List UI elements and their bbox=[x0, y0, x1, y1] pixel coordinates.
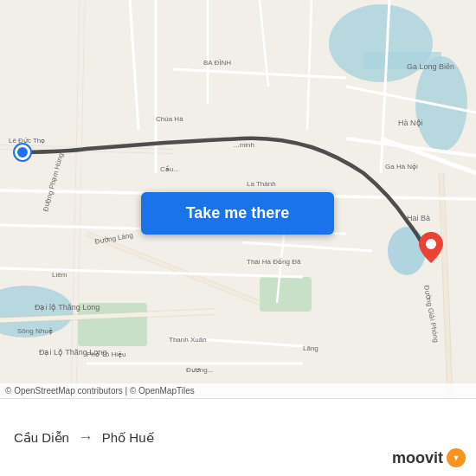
svg-line-32 bbox=[242, 242, 372, 251]
moovit-brand-text: moovit bbox=[392, 449, 443, 467]
svg-line-14 bbox=[87, 234, 260, 303]
svg-text:...minh: ...minh bbox=[234, 141, 254, 149]
svg-text:Ga Long Biên: Ga Long Biên bbox=[407, 62, 454, 71]
map-container: Đường Phạm Hùng Lê Đức Thọ BA ĐÌNH Đường… bbox=[0, 0, 476, 398]
svg-line-30 bbox=[0, 268, 303, 277]
svg-text:Đại Lộ Thăng Long: Đại Lộ Thăng Long bbox=[39, 348, 106, 357]
svg-text:Hà Nội: Hà Nội bbox=[398, 119, 423, 127]
route-arrow: → bbox=[78, 428, 93, 447]
route-info: Cầu Diễn → Phố Huế bbox=[14, 428, 154, 447]
destination-marker bbox=[419, 232, 443, 267]
svg-text:Thái Hà  Đống Đã: Thái Hà Đống Đã bbox=[247, 258, 301, 266]
moovit-logo-icon bbox=[447, 448, 466, 467]
svg-point-56 bbox=[426, 239, 436, 249]
svg-text:Sông Nhuệ: Sông Nhuệ bbox=[17, 327, 53, 335]
svg-text:Hai Bà: Hai Bà bbox=[407, 214, 430, 222]
svg-text:Chùa Hà: Chùa Hà bbox=[156, 115, 183, 123]
svg-rect-5 bbox=[260, 277, 312, 312]
svg-text:Đường Giải Phóng: Đường Giải Phóng bbox=[422, 285, 441, 344]
route-from: Cầu Diễn bbox=[14, 430, 69, 446]
svg-text:Ga Hà Nội: Ga Hà Nội bbox=[385, 163, 418, 170]
origin-marker bbox=[15, 145, 30, 160]
svg-text:Liêm: Liêm bbox=[52, 271, 68, 279]
app: Đường Phạm Hùng Lê Đức Thọ BA ĐÌNH Đường… bbox=[0, 0, 476, 476]
svg-text:Đại lộ Thăng Long: Đại lộ Thăng Long bbox=[35, 303, 100, 312]
svg-text:Đường Phạm Hùng: Đường Phạm Hùng bbox=[42, 152, 65, 213]
bottom-bar: Cầu Diễn → Phố Huế moovit bbox=[0, 398, 476, 476]
map-attribution: © OpenStreetMap contributors | © OpenMap… bbox=[0, 383, 476, 398]
svg-text:Lê Đức Thọ: Lê Đức Thọ bbox=[9, 137, 45, 145]
svg-text:Cầu...: Cầu... bbox=[160, 165, 179, 173]
svg-line-27 bbox=[307, 0, 312, 130]
moovit-logo: moovit bbox=[392, 448, 466, 467]
route-to: Phố Huế bbox=[102, 430, 154, 446]
svg-text:Lăng: Lăng bbox=[303, 344, 318, 352]
svg-line-24 bbox=[130, 0, 138, 130]
take-me-there-button[interactable]: Take me there bbox=[141, 192, 334, 235]
svg-line-20 bbox=[441, 173, 450, 398]
svg-line-12 bbox=[173, 69, 346, 78]
svg-text:La Thành: La Thành bbox=[247, 180, 276, 188]
svg-text:BA ĐÌNH: BA ĐÌNH bbox=[203, 59, 231, 67]
svg-text:Đương...: Đương... bbox=[186, 366, 213, 374]
svg-text:Thanh Xuân: Thanh Xuân bbox=[169, 336, 207, 344]
